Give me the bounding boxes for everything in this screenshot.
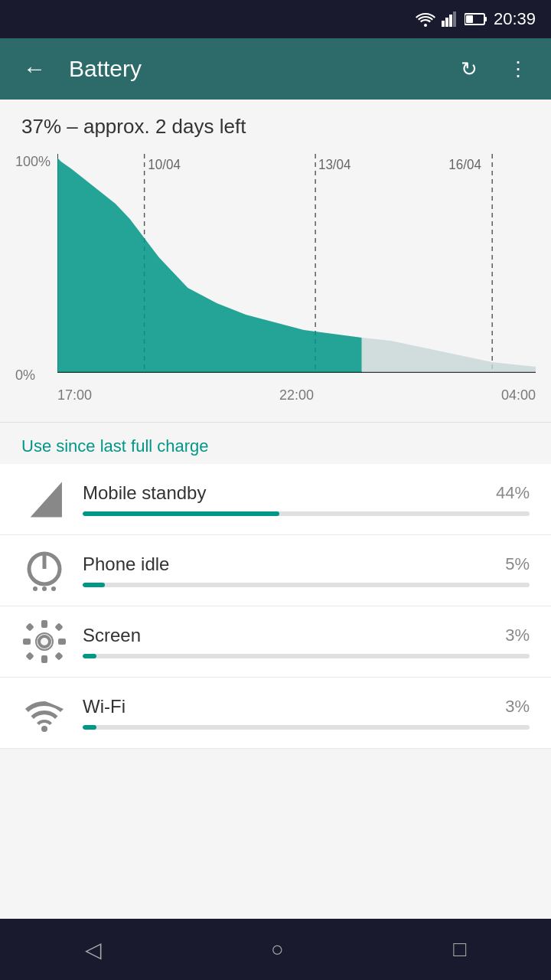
phone-idle-progress-bg [83,583,530,587]
wifi-status-icon [416,11,435,27]
screen-name: Screen [83,625,141,646]
battery-item-mobile-standby[interactable]: Mobile standby 44% [0,464,551,535]
chart-x-labels: 17:00 22:00 04:00 [57,384,536,403]
wifi-progress-fill [83,725,96,730]
chart-x-label-0400: 04:00 [501,387,536,403]
status-bar: 20:39 [0,0,551,38]
battery-item-wifi[interactable]: Wi-Fi 3% [0,678,551,749]
svg-rect-26 [41,655,47,663]
battery-item-screen[interactable]: Screen 3% [0,606,551,678]
mobile-standby-percent: 44% [496,483,530,503]
mobile-standby-progress-bg [83,511,530,516]
svg-rect-31 [25,652,34,660]
svg-rect-30 [54,622,63,631]
nav-bar: ◁ ○ □ [0,919,551,980]
wifi-item-icon [21,690,67,736]
wifi-percent: 3% [505,697,530,717]
svg-rect-7 [466,15,473,23]
use-since-label: Use since last full charge [0,423,551,464]
screen-progress-fill [83,654,96,658]
battery-item-phone-idle[interactable]: Phone idle 5% [0,535,551,606]
svg-rect-25 [41,620,47,628]
svg-rect-2 [445,18,448,27]
nav-home-button[interactable]: ○ [259,926,295,973]
status-time: 20:39 [494,9,536,29]
svg-marker-17 [362,338,536,372]
wifi-content: Wi-Fi 3% [83,696,530,730]
nav-recent-button[interactable]: □ [442,926,478,973]
svg-rect-29 [25,622,34,631]
screen-icon [21,619,67,665]
nav-back-button[interactable]: ◁ [73,926,113,974]
screen-content: Screen 3% [83,625,530,658]
battery-summary-text: 37% – approx. 2 days left [21,115,246,138]
battery-chart-wrapper: 100% 0% 10/04 13/04 16/04 [57,154,536,414]
back-button[interactable]: ← [15,48,54,90]
chart-y-label-0: 0% [15,368,51,384]
svg-marker-16 [57,158,362,372]
mobile-standby-content: Mobile standby 44% [83,482,530,516]
svg-rect-28 [58,639,66,645]
page-title: Battery [69,56,438,82]
more-options-button[interactable]: ⋮ [500,50,536,89]
svg-rect-32 [54,652,63,660]
wifi-name: Wi-Fi [83,696,126,717]
mobile-standby-progress-fill [83,511,279,516]
status-icons: 20:39 [416,9,536,29]
chart-y-labels: 100% 0% [15,154,51,384]
battery-status-icon [465,12,487,26]
chart-x-label-1700: 17:00 [57,387,92,403]
mobile-standby-name: Mobile standby [83,482,206,504]
svg-text:16/04: 16/04 [448,157,481,173]
screen-percent: 3% [505,626,530,645]
battery-chart-container: 100% 0% 10/04 13/04 16/04 [0,146,551,422]
mobile-standby-icon [21,476,67,522]
svg-point-23 [51,586,56,591]
svg-rect-3 [449,15,452,27]
screen-progress-bg [83,654,530,658]
svg-rect-1 [442,21,445,27]
phone-idle-name: Phone idle [83,554,169,575]
phone-idle-icon [21,547,67,593]
battery-summary: 37% – approx. 2 days left [0,100,551,146]
svg-rect-6 [484,17,487,21]
wifi-progress-bg [83,725,530,730]
svg-point-22 [42,586,47,591]
phone-idle-percent: 5% [505,554,530,574]
svg-rect-4 [453,11,456,27]
battery-chart-svg: 10/04 13/04 16/04 [57,154,536,384]
svg-point-35 [41,726,47,732]
signal-status-icon [442,11,458,27]
refresh-button[interactable]: ↻ [453,50,485,89]
phone-idle-progress-fill [83,583,105,587]
svg-marker-18 [31,482,62,517]
chart-x-label-2200: 22:00 [279,387,314,403]
svg-text:13/04: 13/04 [318,157,351,173]
svg-point-0 [424,24,427,27]
chart-y-label-100: 100% [15,154,51,170]
phone-idle-content: Phone idle 5% [83,554,530,587]
svg-point-21 [33,586,37,591]
svg-text:10/04: 10/04 [148,157,181,173]
toolbar: ← Battery ↻ ⋮ [0,38,551,100]
svg-rect-27 [23,639,31,645]
